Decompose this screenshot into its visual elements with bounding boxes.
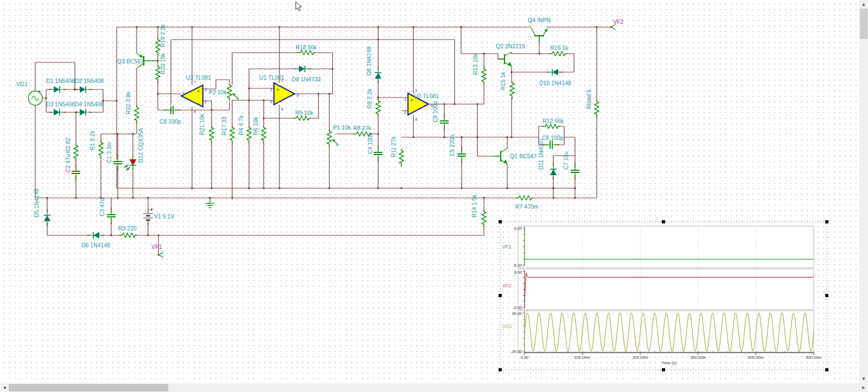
label-u3p4[interactable]: 4 bbox=[194, 110, 196, 113]
scroll-up-button[interactable]: ▲ bbox=[859, 0, 868, 9]
resistor-r11[interactable] bbox=[398, 149, 405, 166]
resistor-r6[interactable] bbox=[260, 126, 267, 143]
label-u2p6[interactable]: 6 bbox=[431, 104, 433, 107]
capacitor-c4[interactable] bbox=[373, 145, 383, 162]
diode-d8-1n4148[interactable] bbox=[374, 67, 382, 83]
label-v1[interactable]: V1 5.1V bbox=[154, 213, 174, 220]
label-p2[interactable]: P2 10k bbox=[209, 89, 227, 95]
label-u2minus[interactable]: - bbox=[411, 110, 412, 116]
label-r20[interactable]: R20 10k bbox=[159, 53, 166, 74]
label-q1[interactable]: Q1 BC547 bbox=[510, 153, 537, 159]
label-r17[interactable]: R17 33 bbox=[221, 117, 227, 135]
resistor-r13[interactable] bbox=[480, 67, 488, 85]
label-c2[interactable]: C2 47u bbox=[65, 154, 71, 172]
label-u1minus[interactable]: - bbox=[277, 99, 278, 105]
label-r2[interactable]: R2 82 bbox=[65, 138, 71, 153]
label-u2p3[interactable]: 3 bbox=[404, 98, 406, 101]
schematic-svg[interactable]: VG1+D1 1N5408D2 1N5408D3 1N5408D4 1N5408… bbox=[0, 0, 859, 383]
resistor-r22[interactable] bbox=[133, 106, 141, 123]
label-r9[interactable]: R9 2.2k bbox=[366, 88, 373, 108]
capacitor-c7[interactable] bbox=[570, 163, 580, 179]
capacitor-c3[interactable] bbox=[106, 208, 116, 224]
resistor-r16[interactable] bbox=[550, 50, 567, 57]
resistor-r14[interactable] bbox=[480, 210, 488, 227]
label-r16[interactable]: R16 1k bbox=[550, 44, 569, 51]
scroll-down-button[interactable]: ▼ bbox=[859, 375, 868, 383]
label-r21[interactable]: R21 10k bbox=[199, 113, 205, 135]
label-vg1plus[interactable]: + bbox=[38, 88, 41, 94]
label-c8[interactable]: C8 330p bbox=[159, 118, 181, 125]
pane-vf1[interactable] bbox=[518, 226, 814, 268]
vertical-scrollbar[interactable]: ▲ ▼ bbox=[859, 0, 868, 383]
resistor-r2[interactable] bbox=[72, 144, 80, 161]
resistor-r9[interactable] bbox=[374, 99, 382, 117]
label-c5[interactable]: C5 220n bbox=[449, 134, 455, 156]
horizontal-scrollbar-thumb[interactable] bbox=[9, 384, 168, 391]
label-u3plus[interactable]: + bbox=[197, 88, 200, 94]
label-r11[interactable]: R11 27k bbox=[390, 136, 397, 157]
label-u3p2[interactable]: 2 bbox=[205, 100, 207, 104]
capacitor-c9[interactable] bbox=[439, 114, 449, 130]
label-d10[interactable]: D10 1N4148 bbox=[539, 80, 571, 86]
label-c7[interactable]: C7 10u bbox=[563, 151, 569, 170]
resistor-rload[interactable] bbox=[593, 100, 601, 117]
label-vf1[interactable]: VF1 bbox=[151, 243, 162, 250]
label-u1p4[interactable]: 4 bbox=[281, 107, 283, 111]
label-q4[interactable]: Q4 !NPN bbox=[528, 17, 551, 23]
resistor-r7[interactable] bbox=[516, 194, 533, 202]
label-c3[interactable]: C3 47u bbox=[99, 198, 105, 216]
label-r4[interactable]: R4 4.7k bbox=[238, 115, 244, 135]
label-u3p7[interactable]: 7 bbox=[194, 81, 196, 85]
pane-vf2[interactable] bbox=[518, 269, 814, 310]
label-c1[interactable]: C1 3.3m bbox=[106, 142, 112, 163]
label-r3[interactable]: R3 220 bbox=[118, 225, 137, 232]
label-v1plus[interactable]: + bbox=[150, 206, 153, 213]
label-u2[interactable]: U2 TL081 bbox=[414, 93, 439, 99]
diode-d6[interactable] bbox=[87, 231, 104, 240]
resistor-r3[interactable] bbox=[119, 232, 137, 239]
label-d6[interactable]: D6 1N4148 bbox=[81, 242, 110, 248]
label-u1p3[interactable]: 3 bbox=[270, 87, 272, 91]
label-d4[interactable]: D4 1N5408 bbox=[75, 101, 104, 107]
diode-d5[interactable] bbox=[43, 209, 52, 226]
label-u3[interactable]: U3 TL081 bbox=[186, 74, 211, 81]
label-r18[interactable]: R18 56k bbox=[296, 44, 317, 50]
capacitor-c5[interactable] bbox=[457, 147, 467, 163]
label-r13[interactable]: R13 10k bbox=[472, 53, 478, 75]
label-r22[interactable]: R22 3.9k bbox=[125, 91, 131, 114]
label-d2[interactable]: D2 1N5408 bbox=[75, 78, 104, 84]
potentiometer-p1[interactable] bbox=[326, 130, 339, 147]
label-r8[interactable]: R8 27k bbox=[353, 125, 372, 131]
label-r14[interactable]: R14 1.5k bbox=[471, 194, 477, 217]
label-q2[interactable]: Q2 2N2219 bbox=[496, 43, 525, 49]
resistor-r4[interactable] bbox=[245, 126, 253, 143]
diode-d4[interactable] bbox=[75, 108, 92, 117]
label-d8z[interactable]: D8 1N4733 bbox=[292, 76, 321, 82]
label-u2p7[interactable]: 7 bbox=[415, 89, 417, 93]
diode-d1[interactable] bbox=[49, 85, 66, 94]
label-d11[interactable]: D11 1N4007 bbox=[538, 138, 544, 170]
capacitor-c1[interactable] bbox=[113, 155, 123, 171]
label-d3[interactable]: D3 1N5408 bbox=[46, 101, 75, 107]
label-vf2[interactable]: VF2 bbox=[613, 18, 623, 25]
label-r5[interactable]: R5 10k bbox=[295, 110, 314, 116]
resistor-r15[interactable] bbox=[508, 81, 516, 99]
waveform-viewer[interactable]: VF1 VF2 VG1 0.00 -5.00 9.00 -3.00 30.00 … bbox=[499, 220, 828, 371]
scroll-left-button[interactable]: ◀ bbox=[0, 383, 9, 392]
label-d5[interactable]: D5 1N4148 bbox=[33, 189, 40, 217]
resistor-r21[interactable] bbox=[208, 126, 215, 143]
diode-d2[interactable] bbox=[75, 85, 92, 94]
label-p1[interactable]: P1 10k bbox=[333, 124, 351, 131]
ground-icon[interactable] bbox=[206, 198, 214, 208]
horizontal-scrollbar[interactable]: ◀ ▶ bbox=[0, 383, 868, 392]
label-d8[interactable]: D8 1N4148 bbox=[366, 47, 372, 75]
resistor-r1[interactable] bbox=[97, 141, 105, 158]
label-u1p2[interactable]: 2 bbox=[270, 100, 272, 104]
label-vg1[interactable]: VG1 bbox=[16, 81, 28, 87]
label-u1plus[interactable]: + bbox=[276, 87, 279, 93]
label-q3[interactable]: Q3 BC557 bbox=[117, 58, 144, 65]
scroll-right-button[interactable]: ▶ bbox=[859, 383, 868, 392]
diode-d8-zener[interactable] bbox=[295, 65, 311, 73]
capacitor-c6[interactable] bbox=[543, 140, 559, 150]
diode-d10[interactable] bbox=[546, 68, 563, 76]
